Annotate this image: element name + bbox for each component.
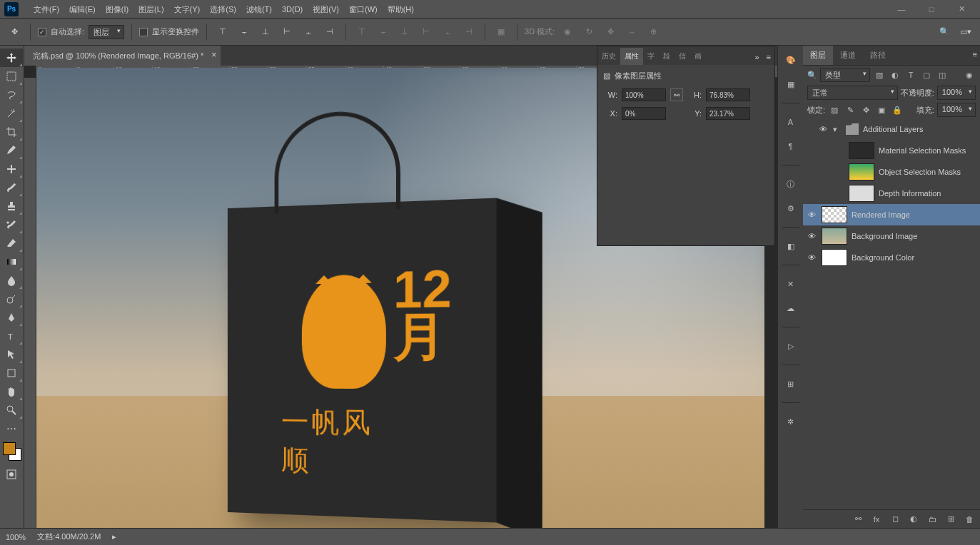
lock-position-icon[interactable]: ✥ [859, 103, 872, 116]
visibility-icon[interactable] [833, 188, 844, 199]
y-input[interactable] [706, 107, 750, 120]
color-swatch[interactable] [3, 442, 21, 461]
show-transform-checkbox[interactable] [139, 28, 148, 36]
menu-help[interactable]: 帮助(H) [383, 0, 419, 19]
lock-all-icon[interactable]: 🔒 [891, 103, 904, 116]
edit-toolbar[interactable]: ⋯ [0, 419, 23, 438]
healing-tool[interactable] [0, 160, 23, 178]
opacity-input[interactable]: 100% [937, 86, 976, 100]
new-adjustment-icon[interactable]: ◐ [907, 513, 920, 526]
history-brush-tool[interactable] [0, 215, 23, 234]
layer-row[interactable]: 👁 Background Color [803, 247, 980, 268]
new-group-icon[interactable]: 🗀 [926, 513, 939, 526]
properties-tab[interactable]: 属性 [620, 48, 643, 65]
shape-tool[interactable] [0, 364, 23, 382]
search-icon[interactable]: 🔍 [936, 24, 953, 41]
visibility-icon[interactable]: 👁 [806, 209, 817, 220]
paragraph-panel-icon[interactable]: ¶ [784, 139, 798, 153]
filter-type-icon[interactable]: T [904, 68, 917, 81]
history-tab[interactable]: 历史 [597, 48, 620, 65]
visibility-icon[interactable]: 👁 [806, 252, 817, 263]
blend-mode-dropdown[interactable]: 正常 [807, 86, 898, 100]
layer-fx-icon[interactable]: fx [870, 513, 883, 526]
align-hcenter-icon[interactable]: ⫠ [300, 24, 317, 41]
info-tab[interactable]: 信 [675, 48, 690, 65]
3d-panel-icon[interactable]: ✲ [784, 414, 798, 429]
swatches-panel-icon[interactable]: ▦ [784, 77, 798, 91]
panel-collapse-icon[interactable]: » [751, 49, 762, 65]
status-chevron-icon[interactable]: ▸ [112, 532, 116, 541]
maximize-button[interactable]: □ [917, 2, 946, 16]
magic-wand-tool[interactable] [0, 104, 23, 123]
eyedropper-tool[interactable] [0, 141, 23, 160]
panel-menu-icon[interactable]: ≡ [973, 50, 977, 58]
layer-mask-icon[interactable]: ◻ [889, 513, 901, 526]
auto-select-dropdown[interactable]: 图层 [89, 25, 124, 39]
auto-select-checkbox[interactable] [38, 28, 46, 36]
blur-tool[interactable] [0, 271, 23, 290]
character-panel-icon[interactable]: A [784, 115, 798, 129]
document-tab[interactable]: 完稿.psd @ 100% (Rendered Image, RGB/16#) … [24, 46, 221, 66]
channels-tab[interactable]: 通道 [833, 46, 863, 65]
stamp-tool[interactable] [0, 197, 23, 215]
filter-toggle-icon[interactable]: ◉ [963, 68, 976, 81]
minimize-button[interactable]: — [887, 2, 916, 16]
menu-window[interactable]: 窗口(W) [344, 0, 383, 19]
pen-tool[interactable] [0, 308, 23, 327]
menu-filter[interactable]: 滤镜(T) [241, 0, 277, 19]
filter-smart-icon[interactable]: ◫ [936, 68, 949, 81]
layer-row[interactable]: 👁 Background Image [803, 225, 980, 247]
filter-pixel-icon[interactable]: ▧ [873, 68, 886, 81]
grid-panel-icon[interactable]: ⊞ [784, 377, 798, 391]
adjustments-panel-icon[interactable]: ⚙ [784, 201, 798, 215]
height-input[interactable] [706, 88, 750, 101]
layer-row[interactable]: Material Selection Masks [803, 140, 980, 161]
menu-file[interactable]: 文件(F) [29, 0, 64, 19]
align-vcenter-icon[interactable]: ⫟ [236, 24, 253, 41]
ruler-vertical[interactable] [24, 78, 36, 528]
filter-type-dropdown[interactable]: 类型 [820, 68, 870, 82]
workspace-switch-icon[interactable]: ▭▾ [957, 24, 974, 41]
quickmask-toggle[interactable] [0, 465, 23, 484]
char-tab[interactable]: 字 [643, 48, 659, 65]
menu-layer[interactable]: 图层(L) [133, 0, 168, 19]
new-layer-icon[interactable]: ⊞ [944, 513, 957, 526]
move-tool-icon[interactable]: ✥ [6, 24, 23, 41]
visibility-icon[interactable]: 👁 [806, 230, 817, 242]
styles-panel-icon[interactable]: ◧ [784, 239, 798, 253]
x-input[interactable] [622, 107, 666, 120]
align-top-icon[interactable]: ⊤ [214, 24, 231, 41]
info-panel-icon[interactable]: ⓘ [784, 177, 798, 191]
width-input[interactable] [622, 88, 666, 101]
move-tool[interactable] [0, 49, 23, 67]
hand-tool[interactable] [0, 382, 23, 401]
search-icon[interactable]: 🔍 [807, 71, 817, 80]
type-tool[interactable]: T [0, 327, 23, 345]
gradient-tool[interactable] [0, 253, 23, 271]
doc-size[interactable]: 文档:4.00M/20.2M [37, 531, 101, 542]
align-bottom-icon[interactable]: ⊥ [257, 24, 274, 41]
fill-input[interactable]: 100% [937, 103, 976, 117]
paths-tab[interactable]: 路径 [863, 46, 893, 65]
eraser-tool[interactable] [0, 234, 23, 253]
path-select-tool[interactable] [0, 345, 23, 364]
para-tab[interactable]: 段 [659, 48, 675, 65]
marquee-tool[interactable] [0, 67, 23, 86]
visibility-icon[interactable]: 👁 [817, 123, 829, 135]
lock-transparency-icon[interactable]: ▨ [828, 103, 841, 116]
properties-panel[interactable]: 历史 属性 字 段 信 画 » ≡ ▧ 像素图层属性 W: ⚯ H: X: Y: [597, 46, 775, 246]
crop-tool[interactable] [0, 123, 23, 141]
close-button[interactable]: ✕ [947, 2, 976, 16]
filter-shape-icon[interactable]: ▢ [920, 68, 933, 81]
visibility-icon[interactable] [833, 145, 844, 156]
link-wh-icon[interactable]: ⚯ [670, 88, 683, 101]
layer-row[interactable]: 👁 Rendered Image [803, 204, 980, 225]
menu-select[interactable]: 选择(S) [205, 0, 241, 19]
menu-view[interactable]: 视图(V) [308, 0, 344, 19]
delete-layer-icon[interactable]: 🗑 [963, 513, 976, 526]
menu-type[interactable]: 文字(Y) [169, 0, 206, 19]
menu-edit[interactable]: 编辑(E) [64, 0, 101, 19]
layer-group[interactable]: 👁 ▾ Additional Layers [803, 118, 980, 140]
menu-3d[interactable]: 3D(D) [277, 0, 308, 19]
properties-panel-icon[interactable]: ✕ [784, 277, 798, 291]
